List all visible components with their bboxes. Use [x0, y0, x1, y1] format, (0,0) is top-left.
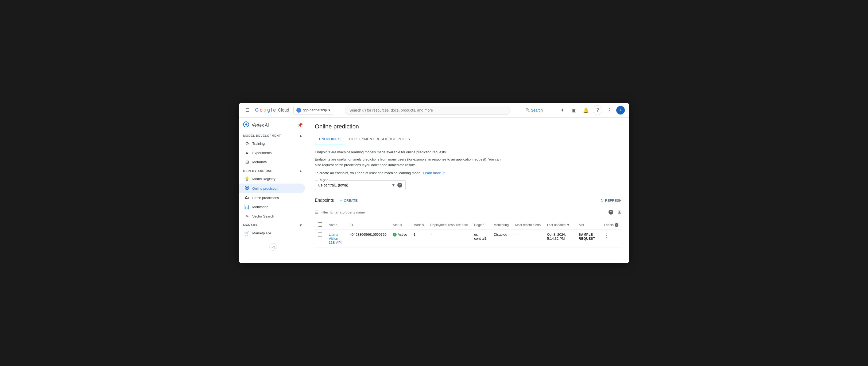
collapse-sidebar-button[interactable]: ◁: [269, 243, 277, 251]
section-model-development: MODEL DEVELOPMENT ▲: [239, 131, 307, 139]
col-header-region: Region: [471, 220, 490, 230]
cell-last-updated: Oct 8, 2024, 5:14:32 PM: [544, 230, 576, 248]
row-more-options-button[interactable]: ⋮: [604, 232, 609, 238]
column-toggle-icon[interactable]: ⊞: [618, 209, 622, 215]
filter-help-icon[interactable]: ?: [609, 210, 613, 215]
region-selector[interactable]: Region us-central1 (Iowa) ▼ ?: [315, 180, 406, 190]
col-header-labels: Labels ?: [601, 220, 622, 230]
sidebar-item-monitoring[interactable]: 📊 Monitoring: [239, 202, 305, 212]
col-header-status: Status: [390, 220, 410, 230]
external-link-icon: ↗: [442, 171, 445, 175]
google-cloud-logo: Google Cloud: [255, 107, 289, 113]
section-deploy-and-use: DEPLOY AND USE ▲: [239, 167, 307, 174]
filter-input[interactable]: [330, 210, 607, 214]
project-name: gcp-partnership: [303, 108, 327, 112]
labels-help-icon[interactable]: ?: [615, 223, 618, 227]
sidebar-item-training[interactable]: ⊙ Training: [239, 139, 305, 148]
cell-models: 1: [410, 230, 427, 248]
tabs: ENDPOINTS DEPLOYMENT RESOURCE POOLS: [315, 134, 622, 144]
marketplace-icon: 🛒: [244, 231, 250, 236]
section-deploy-and-use-chevron[interactable]: ▲: [299, 169, 303, 173]
experiments-icon: ▲: [244, 150, 250, 155]
sidebar-item-experiments[interactable]: ▲ Experiments: [239, 148, 305, 157]
monitoring-icon: 📊: [244, 204, 250, 209]
col-header-models: Models: [410, 220, 427, 230]
region-label: Region: [318, 178, 329, 182]
batch-predictions-icon: 🗂: [244, 195, 250, 200]
search-button[interactable]: 🔍 Search: [522, 106, 546, 114]
col-header-most-recent-alerts: Most recent alerts: [512, 220, 544, 230]
description: Endpoints are machine learning models ma…: [315, 149, 502, 176]
sidebar-pin-icon[interactable]: 📌: [298, 122, 303, 128]
create-button[interactable]: + CREATE: [337, 196, 360, 204]
search-bar-container: [345, 106, 510, 115]
project-dot: [297, 108, 301, 113]
more-options-icon[interactable]: ⋮: [604, 105, 614, 115]
cell-status: Active: [390, 230, 410, 248]
vertex-ai-logo-icon: [243, 121, 249, 129]
project-dropdown-icon: ▾: [329, 108, 330, 112]
tab-endpoints[interactable]: ENDPOINTS: [315, 134, 345, 144]
training-icon: ⊙: [244, 141, 250, 146]
sidebar-header: Vertex AI 📌: [239, 118, 307, 131]
monitor-icon[interactable]: ▣: [569, 105, 579, 115]
row-checkbox-cell: [315, 230, 326, 248]
search-input[interactable]: [345, 106, 510, 115]
region-value: us-central1 (Iowa): [318, 183, 390, 187]
filter-icon: ☰: [315, 210, 318, 214]
metadata-icon: ⊞: [244, 160, 250, 165]
cell-id: 4049880656610590720: [347, 230, 390, 248]
sparkle-icon[interactable]: ✦: [557, 105, 567, 115]
learn-more-link[interactable]: Learn more ↗: [423, 171, 445, 175]
col-header-name: Name: [326, 220, 347, 230]
section-manage: MANAGE ▼: [239, 221, 307, 228]
sidebar-item-online-prediction[interactable]: Online prediction: [239, 184, 305, 193]
menu-icon[interactable]: ☰: [243, 105, 252, 115]
select-all-checkbox[interactable]: [318, 222, 322, 227]
endpoints-table: Name ID Status Models: [315, 220, 622, 248]
region-help-icon[interactable]: ?: [397, 183, 402, 188]
col-header-deployment-resource-pool: Deployment resource pool: [427, 220, 471, 230]
row-checkbox[interactable]: [318, 232, 322, 237]
cell-name: Llama-Vision-11B-API: [326, 230, 347, 248]
model-registry-icon: 💡: [244, 176, 250, 181]
cell-deployment-resource-pool: —: [427, 230, 471, 248]
main-layout: Vertex AI 📌 MODEL DEVELOPMENT ▲ ⊙ Traini…: [239, 118, 629, 259]
endpoint-name-link[interactable]: Llama-Vision-11B-API: [329, 232, 342, 245]
project-selector[interactable]: gcp-partnership ▾: [293, 106, 333, 114]
cell-labels: ⋮: [601, 230, 622, 248]
avatar[interactable]: A: [616, 106, 625, 114]
cell-monitoring: Disabled: [490, 230, 512, 248]
main-content: Online prediction ENDPOINTS DEPLOYMENT R…: [307, 118, 629, 259]
cell-region: us-central1: [471, 230, 490, 248]
page-title: Online prediction: [315, 123, 622, 130]
svg-point-2: [246, 187, 248, 189]
cell-most-recent-alerts: —: [512, 230, 544, 248]
topbar: ☰ Google Cloud gcp-partnership ▾ 🔍 Searc…: [239, 103, 629, 118]
sidebar-item-batch-predictions[interactable]: 🗂 Batch predictions: [239, 193, 305, 202]
table-row: Llama-Vision-11B-API 4049880656610590720…: [315, 230, 622, 248]
search-icon: 🔍: [525, 108, 530, 112]
bell-icon[interactable]: 🔔: [581, 105, 591, 115]
sidebar: Vertex AI 📌 MODEL DEVELOPMENT ▲ ⊙ Traini…: [239, 118, 307, 259]
sidebar-item-vector-search[interactable]: ✳ Vector Search: [239, 212, 305, 221]
col-header-last-updated[interactable]: Last updated ▼: [544, 220, 576, 230]
refresh-button[interactable]: ↻ REFRESH: [600, 199, 622, 202]
col-header-monitoring: Monitoring: [490, 220, 512, 230]
vector-search-icon: ✳: [244, 214, 250, 219]
sidebar-item-metadata[interactable]: ⊞ Metadata: [239, 157, 305, 167]
sort-descending-icon: ▼: [566, 223, 570, 227]
help-icon[interactable]: ?: [593, 105, 602, 115]
sidebar-item-model-registry[interactable]: 💡 Model Registry: [239, 174, 305, 184]
topbar-icons: ✦ ▣ 🔔 ? ⋮ A: [557, 105, 625, 115]
filter-label: Filter: [320, 210, 328, 214]
create-plus-icon: +: [340, 198, 342, 203]
tab-deployment-resource-pools[interactable]: DEPLOYMENT RESOURCE POOLS: [345, 134, 414, 144]
col-header-api: API: [576, 220, 601, 230]
region-chevron-icon: ▼: [392, 183, 395, 187]
section-model-development-chevron[interactable]: ▲: [299, 134, 303, 138]
sidebar-item-marketplace[interactable]: 🛒 Marketplace: [239, 228, 305, 238]
refresh-icon: ↻: [600, 199, 603, 202]
section-manage-chevron[interactable]: ▼: [299, 223, 303, 227]
col-header-id: ID: [347, 220, 390, 230]
